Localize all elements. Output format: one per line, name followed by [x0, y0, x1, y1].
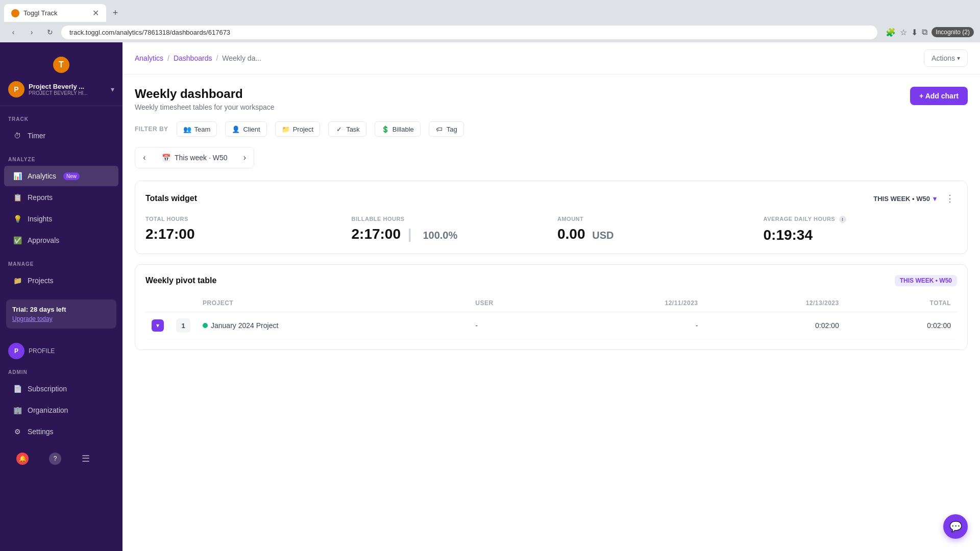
- next-week-button[interactable]: ›: [235, 147, 254, 168]
- stat-divider: |: [408, 226, 412, 242]
- project-filter-label: Project: [293, 126, 313, 133]
- profile-label: PROFILE: [29, 347, 55, 355]
- workspace-info: Project Beverly ... PROJECT BEVERLY HI..…: [29, 83, 107, 96]
- project-name-text: January 2024 Project: [211, 321, 278, 330]
- task-filter-label: Task: [346, 126, 360, 133]
- page-subtitle: Weekly timesheet tables for your workspa…: [135, 103, 275, 111]
- col-project-header: PROJECT: [197, 294, 469, 312]
- team-filter-label: Team: [194, 126, 211, 133]
- projects-label: Projects: [28, 277, 54, 285]
- col-date2-header: 12/13/2023: [704, 294, 845, 312]
- filter-by-label: FILTER BY: [135, 126, 168, 133]
- actions-button[interactable]: Actions ▾: [924, 49, 968, 67]
- sidebar-item-subscription[interactable]: 📄 Subscription: [4, 379, 118, 399]
- toggl-logo[interactable]: T: [53, 57, 69, 73]
- timer-icon: ⏱: [12, 131, 22, 141]
- col-num: [170, 294, 197, 312]
- widget-more-button[interactable]: ⋮: [943, 191, 957, 206]
- breadcrumb-analytics-link[interactable]: Analytics: [135, 54, 163, 62]
- date-text: This week · W50: [175, 154, 227, 162]
- widget-controls: THIS WEEK • W50 ▾ ⋮: [873, 191, 957, 206]
- sidebar-item-organization[interactable]: 🏢 Organization: [4, 400, 118, 420]
- extensions-icon[interactable]: 🧩: [886, 28, 896, 37]
- workspace-selector[interactable]: P Project Beverly ... PROJECT BEVERLY HI…: [0, 73, 122, 106]
- prev-week-button[interactable]: ‹: [135, 147, 154, 168]
- table-row: ▾ 1 January 2024 Project: [145, 312, 957, 339]
- admin-section-label: ADMIN: [0, 359, 122, 378]
- notification-icon[interactable]: 🔔: [16, 453, 29, 465]
- insights-label: Insights: [28, 215, 52, 223]
- settings-icon: ⚙: [12, 427, 22, 437]
- profile-section[interactable]: P PROFILE: [0, 343, 122, 359]
- sidebar: T P Project Beverly ... PROJECT BEVERLY …: [0, 42, 122, 551]
- trial-section: Trial: 28 days left Upgrade today: [0, 291, 122, 343]
- analyze-section-label: ANALYZE: [0, 146, 122, 165]
- breadcrumb-dashboards-link[interactable]: Dashboards: [174, 54, 212, 62]
- date-display[interactable]: 📅 This week · W50: [154, 147, 235, 168]
- chat-widget-button[interactable]: 💬: [943, 514, 968, 539]
- main-content: Analytics / Dashboards / Weekly da... Ac…: [122, 42, 980, 551]
- breadcrumb-sep-2: /: [216, 54, 218, 62]
- subscription-label: Subscription: [28, 385, 67, 393]
- total-cell: 0:02:00: [845, 312, 957, 339]
- bookmark-icon[interactable]: ☆: [900, 28, 907, 37]
- filter-task-button[interactable]: ✓ Task: [328, 121, 366, 137]
- sidebar-item-timer[interactable]: ⏱ Timer: [4, 126, 118, 146]
- analytics-label: Analytics: [28, 172, 56, 180]
- organization-icon: 🏢: [12, 405, 22, 415]
- week-selector-chevron-icon: ▾: [933, 195, 937, 203]
- tab-favicon: [11, 9, 19, 17]
- totals-widget: Totals widget THIS WEEK • W50 ▾ ⋮ TOTAL …: [135, 181, 968, 254]
- toggle-sidebar-button[interactable]: ☰: [74, 449, 98, 468]
- widget-header: Totals widget THIS WEEK • W50 ▾ ⋮: [145, 191, 957, 206]
- upgrade-link[interactable]: Upgrade today: [12, 315, 110, 322]
- sidebar-item-projects[interactable]: 📁 Projects: [4, 270, 118, 291]
- tab-close-button[interactable]: ✕: [92, 8, 99, 18]
- pivot-table-title: Weekly pivot table: [145, 276, 216, 285]
- stats-row: TOTAL HOURS 2:17:00 BILLABLE HOURS 2:17:…: [145, 216, 957, 243]
- sidebar-item-settings[interactable]: ⚙ Settings: [4, 421, 118, 442]
- chat-icon: 💬: [949, 520, 962, 533]
- filter-project-button[interactable]: 📁 Project: [275, 121, 320, 137]
- breadcrumb-sep-1: /: [167, 54, 169, 62]
- download-icon[interactable]: ⬇: [911, 28, 918, 37]
- active-tab[interactable]: Toggl Track ✕: [4, 4, 106, 22]
- help-icon[interactable]: ?: [49, 453, 61, 465]
- split-icon[interactable]: ⧉: [922, 28, 927, 37]
- sidebar-item-analytics[interactable]: 📊 Analytics New: [4, 166, 118, 186]
- total-hours-label: TOTAL HOURS: [145, 216, 339, 222]
- avg-daily-label: AVERAGE DAILY HOURS i: [764, 216, 958, 223]
- page-title-section: Weekly dashboard Weekly timesheet tables…: [135, 87, 275, 111]
- tab-title: Toggl Track: [23, 9, 88, 17]
- reports-label: Reports: [28, 193, 53, 202]
- filter-client-button[interactable]: 👤 Client: [225, 121, 266, 137]
- pivot-week-badge: THIS WEEK • W50: [895, 275, 957, 286]
- sidebar-item-insights[interactable]: 💡 Insights: [4, 209, 118, 229]
- client-filter-label: Client: [243, 126, 260, 133]
- url-bar[interactable]: track.toggl.com/analytics/7861318/dashbo…: [61, 26, 877, 39]
- filter-billable-button[interactable]: 💲 Billable: [375, 121, 421, 137]
- amount-stat: AMOUNT 0.00 USD: [557, 216, 751, 243]
- add-chart-button[interactable]: + Add chart: [910, 87, 968, 105]
- sidebar-item-reports[interactable]: 📋 Reports: [4, 187, 118, 208]
- back-button[interactable]: ‹: [6, 25, 20, 39]
- expand-button[interactable]: ▾: [152, 319, 164, 332]
- forward-button[interactable]: ›: [24, 25, 39, 39]
- week-selector[interactable]: THIS WEEK • W50 ▾: [873, 195, 937, 203]
- row-number: 1: [176, 318, 190, 333]
- sidebar-item-approvals[interactable]: ✅ Approvals: [4, 230, 118, 251]
- filter-team-button[interactable]: 👥 Team: [177, 121, 217, 137]
- task-icon: ✓: [335, 125, 343, 133]
- filter-tag-button[interactable]: 🏷 Tag: [429, 121, 464, 137]
- expand-cell[interactable]: ▾: [145, 312, 170, 339]
- reload-button[interactable]: ↻: [43, 25, 57, 39]
- calendar-icon: 📅: [162, 154, 170, 162]
- billable-icon: 💲: [381, 125, 389, 133]
- avg-daily-value: 0:19:34: [764, 227, 958, 243]
- date1-cell: -: [563, 312, 704, 339]
- approvals-label: Approvals: [28, 236, 59, 244]
- new-tab-button[interactable]: +: [108, 6, 122, 20]
- date-navigator: ‹ 📅 This week · W50 ›: [135, 147, 254, 168]
- pivot-table-card: Weekly pivot table THIS WEEK • W50 PROJE…: [135, 264, 968, 350]
- avg-daily-info-icon[interactable]: i: [839, 216, 846, 223]
